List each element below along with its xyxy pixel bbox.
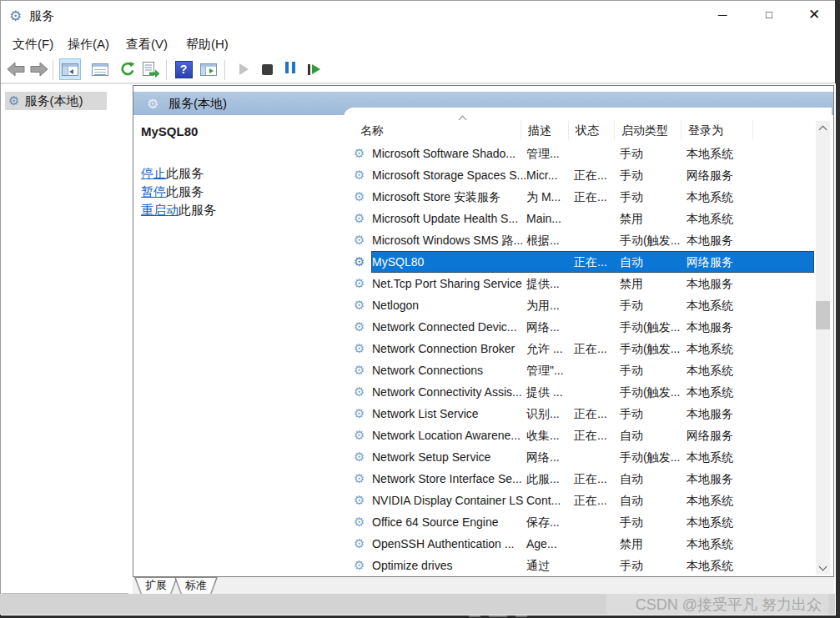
toolbar-separator (224, 60, 225, 80)
vertical-scrollbar[interactable] (816, 121, 830, 575)
close-button[interactable]: ✕ (795, 1, 833, 29)
table-row[interactable]: ⚙Network Connected Devic...网络...手动(触发...… (344, 316, 815, 338)
cell-icon: ⚙ (354, 381, 372, 403)
cell-status: 正在... (569, 425, 615, 446)
cell-status (569, 555, 615, 576)
show-console-tree-icon[interactable] (59, 58, 81, 80)
cell-icon: ⚙ (354, 403, 372, 425)
table-row[interactable]: ⚙OpenSSH Authentication ...Age...禁用本地系统 (344, 533, 815, 555)
table-row[interactable]: ⚙Net.Tcp Port Sharing Service提供...禁用本地服务 (344, 273, 815, 294)
table-row[interactable]: ⚙Network Connection Broker允许 ...正在...手动(… (344, 338, 815, 359)
col-startup-type[interactable]: 启动类型 (615, 120, 682, 140)
cell-name: Microsoft Windows SMS 路... (372, 229, 521, 251)
cell-desc: 提供 ... (521, 381, 569, 403)
menu-action[interactable]: 操作(A) (63, 33, 114, 55)
tree-item-services-local[interactable]: ⚙服务(本地) (5, 92, 107, 110)
cell-name: NVIDIA Display Container LS (372, 490, 521, 511)
table-row[interactable]: ⚙NVIDIA Display Container LSCont...正在...… (344, 490, 815, 511)
menu-help[interactable]: 帮助(H) (181, 33, 234, 55)
table-row[interactable]: ⚙Office 64 Source Engine保存...手动本地系统 (344, 511, 815, 533)
maximize-button[interactable]: □ (750, 1, 788, 29)
table-row[interactable]: ⚙Optimize drives通过手动本地系统 (344, 555, 815, 576)
table-row[interactable]: ⚙Network Location Awarene...收集...正在...自动… (344, 425, 815, 446)
link-suffix: 此服务 (166, 166, 204, 180)
scroll-down-icon[interactable] (816, 560, 830, 575)
table-row[interactable]: ⚙Microsoft Store 安装服务为 M...正在...手动本地系统 (344, 186, 815, 208)
cell-desc (521, 251, 569, 273)
cell-startup: 手动 (615, 403, 682, 425)
service-gear-icon: ⚙ (354, 384, 365, 399)
forward-icon[interactable] (28, 58, 50, 80)
refresh-icon[interactable] (117, 58, 138, 80)
cell-icon: ⚙ (354, 273, 372, 294)
cell-desc: Cont... (521, 490, 569, 511)
link-suffix: 此服务 (179, 203, 216, 217)
cell-desc: Micr... (521, 164, 569, 186)
properties-icon[interactable] (89, 58, 111, 80)
cell-startup: 自动 (615, 490, 682, 511)
toolbar-separator (166, 60, 167, 80)
cell-name: Network List Service (372, 403, 521, 425)
cell-desc: 管理"... (521, 359, 569, 381)
cell-icon: ⚙ (354, 164, 372, 186)
table-row[interactable]: ⚙Network Connections管理"...手动本地系统 (344, 359, 815, 381)
help-icon[interactable]: ? (173, 58, 194, 80)
cell-desc: 管理... (521, 143, 569, 164)
cell-name: Network Connected Devic... (372, 316, 521, 338)
scrollbar-thumb[interactable] (816, 301, 830, 329)
table-row[interactable]: ⚙Network Store Interface Se...此服...正在...… (344, 468, 815, 490)
menu-view[interactable]: 查看(V) (121, 33, 173, 55)
cell-startup: 手动(触发... (615, 316, 682, 338)
scroll-up-icon[interactable] (816, 121, 830, 135)
table-row[interactable]: ⚙Microsoft Software Shado...管理...手动本地系统 (344, 143, 815, 164)
menu-file[interactable]: 文件(F) (8, 33, 58, 55)
table-row[interactable]: ⚙Network List Service识别...正在...手动本地服务 (344, 403, 815, 425)
table-row[interactable]: ⚙Microsoft Update Health S...Main...禁用本地… (344, 208, 815, 229)
cell-icon: ⚙ (354, 251, 372, 273)
cell-icon: ⚙ (354, 446, 372, 468)
table-row[interactable]: ⚙Network Connectivity Assis...提供 ...手动(触… (344, 381, 815, 403)
export-list-icon[interactable] (140, 58, 162, 80)
col-logon-as[interactable]: 登录为 (682, 120, 753, 140)
table-row[interactable]: ⚙Network Setup Service网络...手动(触发...本地系统 (344, 446, 815, 468)
cell-status (569, 229, 615, 251)
cell-status (569, 208, 615, 229)
table-row[interactable]: ⚙MySQL80正在...自动网络服务 (344, 251, 815, 273)
pause-link[interactable]: 暂停 (141, 184, 166, 198)
cell-icon: ⚙ (354, 143, 372, 164)
cell-logon: 本地系统 (682, 143, 815, 164)
restart-service-icon[interactable] (303, 58, 324, 80)
cell-desc: Main... (521, 208, 569, 229)
cell-desc: 网络... (521, 446, 569, 468)
service-gear-icon: ⚙ (354, 168, 365, 182)
table-row[interactable]: ⚙Microsoft Windows SMS 路...根据...手动(触发...… (344, 229, 815, 251)
start-service-icon[interactable] (233, 58, 254, 80)
cell-startup: 手动(触发... (615, 446, 682, 468)
table-row[interactable]: ⚙Microsoft Storage Spaces S...Micr...正在.… (344, 164, 815, 186)
restart-service-link-line: 重启动此服务 (141, 201, 216, 219)
show-action-pane-icon[interactable] (198, 58, 219, 80)
stop-service-icon[interactable] (256, 58, 278, 80)
back-icon[interactable] (5, 58, 27, 80)
cell-logon: 网络服务 (682, 164, 815, 186)
stop-link[interactable]: 停止 (141, 166, 166, 180)
cell-logon: 本地系统 (682, 186, 815, 208)
tab-standard[interactable]: 标准 (174, 577, 218, 595)
title-bar: ⚙ 服务 ─ □ ✕ (1, 1, 835, 32)
header-title: 服务(本地) (169, 96, 227, 112)
tab-extended[interactable]: 扩展 (134, 577, 178, 595)
watermark-text: CSDN @接受平凡 努力出众 (606, 595, 822, 615)
cell-name: Network Connections (372, 359, 521, 381)
col-status[interactable]: 状态 (569, 120, 615, 140)
app-gear-icon: ⚙ (9, 8, 22, 25)
col-description[interactable]: 描述 (521, 120, 569, 140)
restart-link[interactable]: 重启动 (141, 203, 179, 217)
table-row[interactable]: ⚙Netlogon为用...手动本地系统 (344, 294, 815, 316)
service-gear-icon: ⚙ (354, 515, 365, 529)
cell-status (569, 143, 615, 164)
minimize-button[interactable]: ─ (703, 1, 742, 29)
cell-name: Microsoft Update Health S... (372, 208, 521, 229)
pause-service-icon[interactable] (279, 58, 301, 80)
col-name[interactable]: 名称 (354, 120, 521, 140)
cell-startup: 禁用 (615, 533, 682, 555)
